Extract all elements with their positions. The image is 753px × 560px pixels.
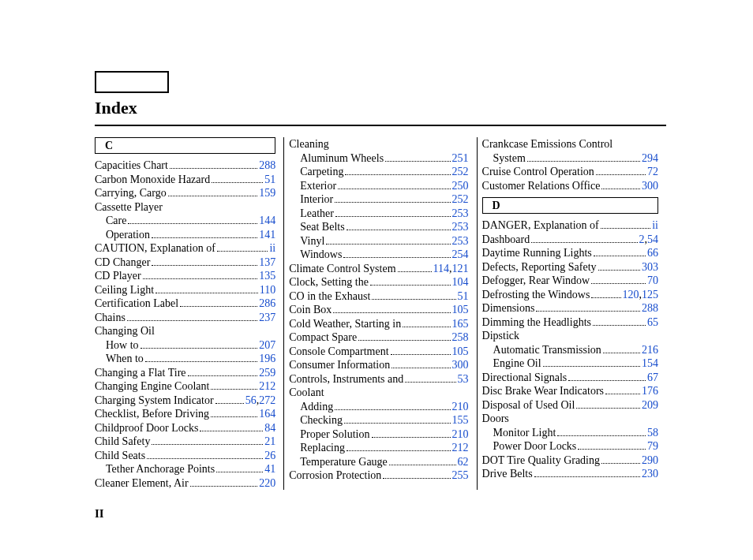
leader-dots [391, 368, 450, 368]
page-link[interactable]: 105 [452, 303, 469, 317]
page-link[interactable]: 300 [452, 358, 469, 372]
column-1: C Capacities Chart288Carbon Monoxide Haz… [95, 137, 283, 490]
page-link[interactable]: 120 [623, 288, 639, 302]
index-entry-label: Defects, Reporting Safety [482, 260, 597, 274]
index-entry: Certification Label286 [95, 297, 275, 311]
page-link[interactable]: 104 [452, 275, 469, 289]
page-link[interactable]: 272 [259, 394, 275, 408]
page-link[interactable]: 72 [647, 165, 658, 179]
page-link[interactable]: 210 [452, 400, 469, 414]
page-link[interactable]: 253 [452, 207, 469, 221]
page-link[interactable]: 54 [647, 233, 658, 247]
index-entry-label: CO in the Exhaust [289, 289, 370, 304]
page-link[interactable]: 294 [642, 151, 658, 166]
page-link[interactable]: 79 [647, 439, 658, 454]
index-entry: Console Compartment105 [289, 345, 468, 359]
page-link[interactable]: 209 [642, 398, 658, 413]
page-link[interactable]: 135 [259, 269, 275, 283]
page-link[interactable]: 216 [642, 343, 658, 357]
page-link[interactable]: 159 [259, 186, 275, 200]
page-link[interactable]: 255 [452, 469, 469, 483]
page-link[interactable]: 125 [642, 288, 658, 302]
leader-dots [140, 348, 258, 349]
main-button-placeholder[interactable] [95, 71, 169, 93]
index-entry: Defects, Reporting Safety303 [482, 260, 658, 274]
page-link[interactable]: 26 [264, 449, 275, 463]
page-link[interactable]: 121 [452, 262, 469, 276]
page-link[interactable]: 252 [452, 165, 469, 179]
page-link[interactable]: 288 [259, 159, 275, 173]
leader-dots [333, 312, 450, 313]
page-link[interactable]: 252 [452, 192, 469, 207]
index-entry-label: When to [106, 352, 144, 366]
page-link[interactable]: 62 [458, 455, 469, 469]
page-link[interactable]: 70 [647, 274, 658, 288]
index-entry: Defogger, Rear Window70 [482, 274, 658, 288]
page-link[interactable]: ii [652, 218, 658, 233]
page-link[interactable]: 53 [458, 372, 469, 386]
index-entry-label: Capacities Chart [95, 159, 168, 173]
page-link[interactable]: 300 [642, 179, 658, 193]
page-link[interactable]: 105 [452, 345, 469, 359]
index-entry: Charging System Indicator56, 272 [95, 394, 275, 408]
page-link[interactable]: 288 [642, 301, 658, 315]
page-link[interactable]: 110 [260, 283, 275, 297]
page-link[interactable]: 155 [452, 413, 469, 427]
page-link[interactable]: 254 [452, 248, 469, 262]
index-entry: Cleaner Element, Air220 [95, 476, 275, 491]
index-entry: Proper Solution210 [289, 427, 468, 442]
page-link[interactable]: 210 [452, 427, 469, 442]
page-link[interactable]: 250 [452, 179, 469, 193]
index-entry: Checklist, Before Driving164 [95, 407, 275, 421]
page-link[interactable]: 65 [647, 315, 658, 330]
page-link[interactable]: 303 [642, 260, 658, 274]
page-link[interactable]: 51 [458, 289, 469, 304]
leader-dots [578, 449, 646, 450]
page-link[interactable]: 253 [452, 234, 469, 248]
page-link[interactable]: 164 [259, 407, 275, 421]
page-link[interactable]: 154 [642, 357, 658, 371]
index-entry-label: Console Compartment [289, 345, 388, 359]
leader-dots [568, 380, 646, 381]
leader-dots [152, 265, 257, 266]
page-link[interactable]: 220 [259, 476, 275, 491]
leader-dots [335, 202, 450, 203]
page-link[interactable]: 21 [264, 435, 275, 449]
page-link[interactable]: 207 [259, 338, 275, 353]
page-link[interactable]: 251 [452, 151, 469, 166]
page-link[interactable]: 212 [452, 441, 469, 455]
index-entry-label: Care [106, 214, 126, 228]
page-link[interactable]: ii [269, 241, 275, 256]
index-entry-label: Chains [95, 311, 126, 325]
page-link[interactable]: 253 [452, 220, 469, 234]
index-entry-label: Clock, Setting the [289, 275, 369, 289]
page-link[interactable]: 2 [639, 233, 645, 247]
leader-dots [212, 182, 263, 183]
page-link[interactable]: 67 [647, 371, 658, 385]
page-link[interactable]: 212 [259, 379, 275, 394]
page-link[interactable]: 84 [264, 421, 275, 435]
page-link[interactable]: 230 [642, 467, 658, 481]
page-link[interactable]: 237 [259, 311, 275, 325]
page-link[interactable]: 137 [259, 256, 275, 270]
page-link[interactable]: 41 [264, 462, 275, 476]
page-link[interactable]: 114 [433, 262, 449, 276]
page-link[interactable]: 165 [452, 317, 469, 331]
page-link[interactable]: 66 [647, 246, 658, 260]
index-entry: Temperature Gauge62 [289, 455, 468, 469]
page-link[interactable]: 56 [245, 394, 257, 408]
page-link[interactable]: 58 [647, 426, 658, 440]
page-link[interactable]: 196 [259, 352, 275, 366]
column-2: CleaningAluminum Wheels251Carpeting252Ex… [283, 137, 476, 490]
page-link[interactable]: 290 [642, 454, 658, 468]
page-link[interactable]: 141 [259, 228, 275, 242]
page-link[interactable]: 286 [259, 297, 275, 311]
page-link[interactable]: 176 [642, 384, 658, 398]
page-link[interactable]: 259 [259, 366, 275, 380]
index-entry-label: Cleaner Element, Air [95, 476, 189, 491]
page-link[interactable]: 258 [452, 330, 469, 345]
page-link[interactable]: 144 [259, 214, 275, 228]
leader-dots [147, 458, 263, 459]
page-link[interactable]: 51 [264, 173, 275, 187]
index-entry: Cruise Control Operation72 [482, 165, 658, 179]
